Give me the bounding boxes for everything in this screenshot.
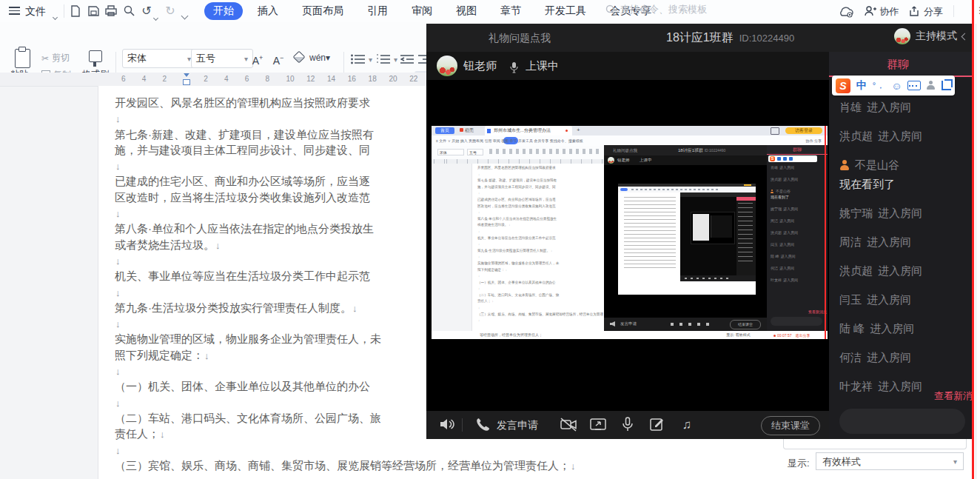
nested-chat-panel: 群聊 S 肖雄进入房间洪贞超进入房间不是山谷现在看到了姚宁瑞进入房间周洁进入房间… [767, 145, 828, 331]
phonetic-guide-icon[interactable]: wén▾ [309, 49, 327, 67]
chat-message: 肖雄进入房间 [839, 98, 971, 116]
ime-toolbar: S 中 °， ☺ [832, 76, 955, 96]
cloud-sync-icon[interactable] [838, 4, 854, 18]
host-avatar [894, 28, 910, 44]
gift-button[interactable]: 礼物问题点我 [489, 32, 551, 45]
decrease-font-icon[interactable]: A− [269, 49, 287, 67]
paragraph-mark: ↓ [509, 223, 510, 227]
outside-share-region: ⋮ [974, 0, 980, 479]
cut-button[interactable]: ✂ 剪切 [41, 52, 70, 64]
command-search[interactable]: 查找命令、搜索模板 [605, 3, 707, 16]
toolbox-icon[interactable] [942, 81, 951, 90]
chat-input[interactable] [839, 409, 965, 434]
ribbon-tab[interactable]: 视图 [447, 2, 486, 20]
ribbon-tab[interactable]: 插入 [249, 2, 287, 20]
style-filter-select[interactable]: 有效样式▾ [816, 452, 964, 470]
doc-line: 或者焚烧生活垃圾。↓ [477, 222, 603, 229]
file-menu[interactable]: 文件 [25, 5, 46, 19]
paragraph-mark: ↓ [115, 476, 121, 479]
scissors-icon: ✂ [41, 53, 49, 64]
doc-line: 机关、事业单位等应当在生活垃圾分类工作中起示范 [477, 235, 603, 242]
nested-gift-label: 礼物问题点我 [613, 148, 637, 153]
share-button[interactable]: 分享 [909, 4, 942, 19]
ribbon-tab[interactable]: 页面布局 [293, 2, 352, 20]
paste-icon [15, 49, 30, 68]
doc-line: ↓ [477, 229, 603, 235]
paragraph-mark: ↓ [478, 242, 480, 246]
nested-bottom-strip: 等经营场所，经营单位为管理责任人； 显示: 有效样式 00:07:57 退出分享 [432, 331, 828, 339]
screen-share-icon[interactable] [589, 417, 607, 433]
chinese-mode-icon[interactable]: 中 [856, 79, 867, 93]
horizontal-ruler[interactable]: 642246810121416182022 [0, 73, 426, 87]
search-icon [605, 4, 616, 15]
undo-icon[interactable]: ↺ [139, 4, 154, 19]
end-class-button[interactable]: 结束课堂 [761, 416, 820, 435]
punctuation-icon[interactable]: °， [873, 80, 885, 91]
print-icon[interactable] [104, 4, 118, 19]
font-family-select[interactable]: 宋体▾ [122, 49, 196, 68]
ribbon-tab[interactable]: 开始 [204, 2, 243, 20]
sogou-logo-icon[interactable]: S [836, 78, 850, 93]
ribbon-tab[interactable]: 开发工具 [536, 2, 595, 20]
paragraph-mark: ↓ [478, 287, 480, 290]
mic-icon[interactable] [619, 417, 637, 433]
group-title: 18计应1班群ID:10224490 [666, 30, 794, 46]
mic-icon [509, 60, 519, 73]
soft-keyboard-icon[interactable] [907, 81, 921, 90]
decrease-indent-icon[interactable] [400, 52, 414, 65]
hamburger-menu-icon[interactable] [9, 7, 20, 15]
ribbon-tab[interactable]: 引用 [358, 2, 397, 20]
paragraph-mark: ↓ [115, 208, 121, 219]
ruler-number: 16 [348, 75, 356, 83]
bullet-list-icon[interactable]: ▾ [351, 52, 372, 65]
speaker-icon[interactable] [438, 417, 456, 433]
chat-message: 何洁进入房间 [839, 348, 971, 366]
collaborate-button[interactable]: 协作 [865, 4, 899, 19]
paragraph-mark: ↓ [478, 210, 480, 214]
new-document-icon[interactable] [68, 4, 83, 19]
phone-icon[interactable] [474, 417, 491, 433]
speech-request-button[interactable]: 发言申请 [497, 419, 538, 432]
doc-line: 施，并与建设项目主体工程同步设计、同步建设、同 [477, 184, 603, 191]
font-size-select[interactable]: 五号▾ [191, 49, 253, 68]
person-icon [839, 160, 850, 170]
classroom-header: 礼物问题点我 18计应1班群ID:10224490 主持模式 [426, 24, 973, 52]
nested-visitor-login: 访客登录 [785, 127, 822, 134]
music-icon[interactable]: ♫ [678, 417, 696, 433]
doc-line: （三）宾馆、娱乐、商场、商铺、集贸市场、展览展销等经营场所，经营单位为管理责任人… [115, 458, 576, 473]
more-options-icon[interactable]: ⋮ [976, 5, 980, 16]
voice-input-icon[interactable] [927, 81, 936, 90]
save-icon[interactable] [86, 4, 101, 19]
collapse-ribbon-icon[interactable] [182, 8, 187, 21]
undo-chevron-icon[interactable] [154, 10, 158, 23]
host-mode-control[interactable]: 主持模式 [894, 28, 967, 44]
clear-format-icon[interactable] [290, 49, 308, 67]
print-preview-icon[interactable] [121, 4, 136, 19]
chat-user-row: 不是山谷 [771, 189, 825, 194]
chat-message: 何洁进入房间 [771, 266, 825, 271]
paragraph-mark: ↓ [478, 172, 480, 176]
ruler-indent-marker[interactable] [182, 73, 191, 85]
class-status: 上课中 [526, 59, 559, 73]
increase-font-icon[interactable]: A+ [249, 49, 266, 67]
share-icon [909, 6, 920, 16]
redo-icon[interactable]: ↻ [163, 4, 178, 19]
search-placeholder: 查找命令、搜索模板 [620, 3, 707, 16]
chat-message: 姚宁瑞进入房间 [839, 204, 971, 222]
file-menu-chevron-icon[interactable] [53, 9, 57, 22]
paragraph-mark: ↓ [478, 230, 480, 233]
doc-line: 已建成的住宅小区、商业和办公区域等场所，应当逐 [477, 197, 603, 204]
emoji-icon[interactable]: ☺ [891, 80, 902, 92]
chat-message: 周洁进入房间 [839, 232, 971, 251]
doc-line: ↓ [115, 473, 576, 479]
doc-line: 开发园区、风景名胜区的管理机构应当按照政府要求 [477, 165, 603, 172]
numbered-list-icon[interactable]: ▾ [376, 52, 397, 65]
ribbon-tab[interactable]: 审阅 [403, 2, 441, 20]
ribbon-tab[interactable]: 章节 [491, 2, 530, 20]
chat-user-row: 不是山谷 [839, 155, 971, 174]
whiteboard-edit-icon[interactable] [648, 417, 666, 433]
chat-tab[interactable]: 群聊 [829, 52, 973, 77]
camera-off-icon[interactable] [560, 417, 577, 433]
doc-line: ↓ [115, 442, 576, 458]
doc-line: ↓ [477, 241, 603, 248]
